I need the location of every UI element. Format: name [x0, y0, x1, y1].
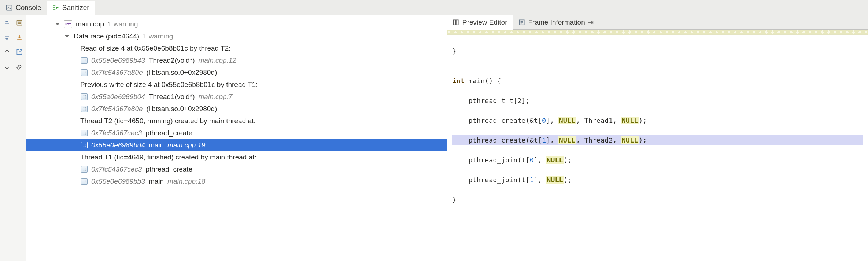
write-header[interactable]: Previous write of size 4 at 0x55e0e6b8b0… [26, 78, 447, 91]
up-button[interactable] [3, 48, 11, 56]
stackframe-icon: ⬚ [81, 178, 88, 185]
open-external-button[interactable] [16, 48, 23, 56]
svg-rect-0 [7, 5, 12, 10]
code-line-highlighted: pthread_create(&t[1], NULL, Thread2, NUL… [452, 135, 863, 145]
collapse-all-button[interactable] [3, 33, 11, 41]
svg-rect-2 [453, 20, 455, 25]
frame-row[interactable]: ⬚ 0x55e0e6989b43 Thread2(void*) main.cpp… [26, 54, 447, 66]
t2-header[interactable]: Thread T2 (tid=4650, running) created by… [26, 115, 447, 127]
settings-button[interactable] [16, 63, 23, 71]
read-header[interactable]: Read of size 4 at 0x55e0e6b8b01c by thre… [26, 42, 447, 54]
terminal-icon [5, 4, 13, 11]
sanitizer-window: Console Sanitizer [0, 0, 868, 261]
frame-row[interactable]: ⬚ 0x55e0e6989b04 Thread1(void*) main.cpp… [26, 91, 447, 103]
stackframe-icon: ⬚ [81, 166, 88, 173]
issue-tree[interactable]: main.cpp 1 warning Data race (pid=4644) … [26, 15, 447, 261]
tab-sanitizer-label: Sanitizer [62, 4, 89, 12]
external-icon [16, 48, 23, 56]
tree-file-node[interactable]: main.cpp 1 warning [26, 18, 447, 30]
arrow-down-icon [3, 63, 11, 70]
stackframe-icon: ⬚ [81, 142, 88, 148]
preview-icon [452, 19, 459, 26]
frame-row[interactable]: ⬚ 0x55e0e6989bb3 main main.cpp:18 [26, 175, 447, 187]
tab-console-label: Console [16, 4, 41, 12]
code-line: pthread_join(t[1], NULL); [452, 175, 863, 185]
editor-side: Preview Editor Frame Information ⇥ } int… [447, 15, 868, 261]
t1-header[interactable]: Thread T1 (tid=4649, finished) created b… [26, 151, 447, 163]
expand-all-icon [3, 19, 11, 26]
race-warning-count: 1 warning [143, 31, 173, 41]
tab-console[interactable]: Console [0, 0, 47, 15]
import-icon [16, 34, 23, 41]
tab-sanitizer[interactable]: Sanitizer [47, 1, 95, 15]
file-name: main.cpp [76, 19, 104, 29]
panel-body: main.cpp 1 warning Data race (pid=4644) … [0, 15, 868, 261]
stackframe-icon: ⬚ [81, 106, 88, 112]
list-icon [16, 19, 23, 26]
frame-row[interactable]: ⬚ 0x7fc54367cec3 pthread_create [26, 127, 447, 139]
tab-preview-label: Preview Editor [462, 18, 507, 26]
chevron-down-icon [55, 21, 60, 27]
editor-tabbar: Preview Editor Frame Information ⇥ [447, 15, 868, 30]
pin-arrow-icon: ⇥ [588, 18, 594, 26]
tree-race-node[interactable]: Data race (pid=4644) 1 warning [26, 30, 447, 42]
tab-frame-info-label: Frame Information [528, 18, 585, 26]
frame-row[interactable]: ⬚ 0x7fc54367a80e (libtsan.so.0+0x2980d) [26, 66, 447, 78]
frame-row-selected[interactable]: ⬚ 0x55e0e6989bd4 main main.cpp:19 [26, 139, 447, 151]
code-line: pthread_join(t[0], NULL); [452, 155, 863, 165]
frame-row[interactable]: ⬚ 0x7fc54367a80e (libtsan.so.0+0x2980d) [26, 103, 447, 115]
race-title: Data race (pid=4644) [74, 31, 139, 41]
expand-all-button[interactable] [3, 19, 11, 27]
code-line: } [452, 46, 863, 56]
frame-info-icon [518, 19, 525, 26]
sanitizer-icon [52, 4, 59, 11]
import-button[interactable] [16, 33, 23, 41]
stackframe-icon: ⬚ [81, 57, 88, 64]
editor-folded-indicator [447, 30, 868, 35]
list-button[interactable] [16, 19, 23, 27]
wrench-icon [16, 63, 23, 70]
code-line: pthread_create(&t[0], NULL, Thread1, NUL… [452, 115, 863, 125]
top-tabbar: Console Sanitizer [0, 0, 868, 15]
stackframe-icon: ⬚ [81, 93, 88, 100]
down-button[interactable] [3, 63, 11, 71]
code-line: } [452, 195, 863, 205]
stackframe-icon: ⬚ [81, 69, 88, 76]
code-editor[interactable]: } int main() { pthread_t t[2]; pthread_c… [447, 35, 868, 261]
file-warning-count: 1 warning [108, 19, 138, 29]
code-line: int main() { [452, 76, 863, 86]
collapse-all-icon [3, 34, 11, 41]
left-gutter [0, 15, 26, 261]
stackframe-icon: ⬚ [81, 130, 88, 136]
svg-rect-3 [456, 20, 458, 25]
code-line: pthread_t t[2]; [452, 96, 863, 106]
arrow-up-icon [3, 48, 11, 56]
tab-frame-info[interactable]: Frame Information ⇥ [513, 15, 599, 29]
cpp-file-icon [64, 20, 72, 28]
frame-row[interactable]: ⬚ 0x7fc54367cec3 pthread_create [26, 163, 447, 175]
tab-preview-editor[interactable]: Preview Editor [447, 15, 513, 30]
chevron-down-icon [64, 33, 70, 39]
